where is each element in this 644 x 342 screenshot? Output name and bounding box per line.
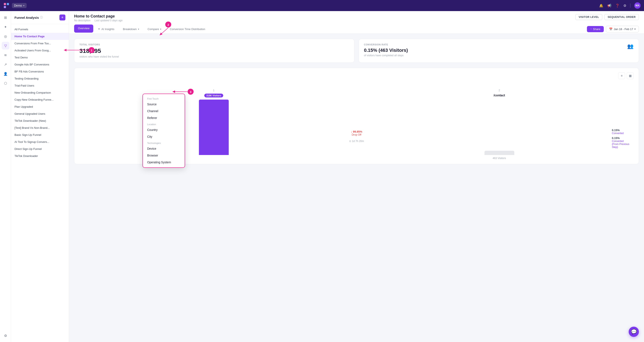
conversion-rate-value: 0.15% (463 Visitors): [364, 48, 408, 53]
step-2-from-prev-label: Converted: [612, 140, 629, 143]
visitor-level-button[interactable]: VISITOR LEVEL: [576, 14, 602, 20]
broadcast-icon[interactable]: 📢: [607, 4, 612, 8]
help-icon[interactable]: ❓: [615, 4, 620, 8]
dropdown-os[interactable]: Operating System: [143, 159, 185, 166]
tab-breakdown[interactable]: Breakdown ▾: [119, 25, 143, 33]
step-2-bar-wrapper: [484, 151, 514, 155]
funnel-item-13[interactable]: TikTok Downloader (New): [11, 117, 69, 124]
funnel-item-6[interactable]: BF FB Ads Conversions: [11, 68, 69, 75]
svg-rect-0: [4, 3, 6, 5]
svg-rect-1: [7, 3, 9, 5]
funnel-item-14[interactable]: [Test] Brand Vs Non-Brand...: [11, 124, 69, 131]
dropdown-device[interactable]: Device: [143, 145, 185, 152]
content-area: TOTAL VISITORS 318,195 visitors who have…: [69, 34, 644, 342]
avatar[interactable]: MA: [634, 2, 640, 9]
left-panel-header: Funnel Analysis ⓘ +: [11, 11, 69, 24]
breakdown-chevron-icon: ▾: [138, 28, 139, 30]
sidebar-icon-chart[interactable]: ↗: [2, 61, 9, 68]
conversion-rate-card: CONVERSION RATE 0.15% (463 Visitors) of …: [359, 39, 639, 63]
funnel-item-4[interactable]: Test Demo: [11, 54, 69, 61]
sidebar-icon-target[interactable]: ◎: [2, 32, 9, 40]
funnel-item-12[interactable]: General Upgraded Users: [11, 110, 69, 117]
add-funnel-button[interactable]: +: [60, 15, 66, 21]
page-meta: No description Last updated 5 days ago: [74, 19, 123, 22]
date-range-button[interactable]: 📅 Jan 18 - Feb 17 ▾: [606, 26, 639, 32]
chat-button[interactable]: 💬: [629, 327, 639, 337]
funnel-bar-view-button[interactable]: ▦: [627, 72, 634, 79]
funnel-item-all[interactable]: All Funnels: [11, 26, 69, 33]
dropdown-source[interactable]: Source: [143, 101, 185, 108]
page-title: Home to Contact page: [74, 14, 123, 19]
funnel-item-15[interactable]: Basic Sign-Up Funnel: [11, 131, 69, 138]
dropdown-channel[interactable]: Channel: [143, 108, 185, 114]
funnel-item-2[interactable]: Conversions From Free Too...: [11, 40, 69, 47]
step-1-number: 1: [213, 89, 214, 92]
calendar-icon: 📅: [609, 28, 612, 31]
funnel-item-10[interactable]: Copy-New Onboarding Funne...: [11, 96, 69, 103]
page-header-top: Home to Contact page No description Last…: [74, 14, 639, 22]
funnel-item-16[interactable]: AI Tool To Signup Convers...: [11, 138, 69, 145]
page-description: No description: [74, 19, 90, 22]
step-2-converted-label: Converted: [612, 132, 629, 135]
step-2-visitors-label: 463 Visitors: [492, 157, 506, 160]
step-1-bar-wrapper: 318K Visitors: [199, 100, 229, 155]
step-2-from-prev-label2: (From Previous: [612, 143, 629, 146]
share-button[interactable]: ↑ Share: [587, 26, 604, 32]
funnel-list-view-button[interactable]: ≡: [618, 72, 625, 79]
panel-title: Funnel Analysis: [14, 16, 39, 19]
tab-compare[interactable]: Compare ▾: [144, 25, 165, 33]
dropdown-referer[interactable]: Referer: [143, 114, 185, 121]
step-2-bar-container: 0.15% Converted 0.15% Converted (From Pr…: [369, 100, 629, 155]
brand-name: Demo: [14, 4, 22, 7]
step-1-bar: [199, 100, 229, 155]
step-2-converted-pct: 0.15%: [612, 129, 629, 132]
brand-selector[interactable]: Demo ▾: [12, 3, 26, 8]
sidebar-icon-grid[interactable]: ⊞: [2, 14, 9, 21]
conversion-rate-desc: of visitors have completed all steps: [364, 54, 408, 57]
logo: [4, 3, 9, 9]
total-visitors-value: 318,195: [80, 48, 349, 54]
dropdown-browser[interactable]: Browser: [143, 152, 185, 159]
people-icon: 👥: [627, 43, 634, 49]
sidebar-icon-funnel[interactable]: ▽: [2, 42, 9, 50]
total-visitors-desc: visitors who have visited the funnel: [80, 55, 349, 58]
sidebar-icon-settings[interactable]: ⚙: [2, 332, 9, 339]
funnel-item-9[interactable]: New Onboarding Comparison: [11, 89, 69, 96]
step-1-bar-container: 318K Visitors: [84, 100, 344, 155]
funnel-step-1: 1 / 318K Visitors: [84, 89, 344, 160]
funnel-item-8[interactable]: Trial-Paid Users: [11, 82, 69, 89]
funnel-item-7[interactable]: Testing Onboarding: [11, 75, 69, 82]
sidebar-icon-hex[interactable]: ⬡: [2, 79, 9, 87]
funnel-item-18[interactable]: TikTok Downloader: [11, 152, 69, 159]
dropdown-city[interactable]: City: [143, 133, 185, 140]
tab-overview[interactable]: Overview: [74, 25, 93, 33]
funnel-connector: ↓ 99.85% Drop Off ⊙ 1d 7h 20m: [344, 89, 369, 160]
funnel-item-11[interactable]: Plan Upgraded: [11, 103, 69, 110]
funnel-item-17[interactable]: Direct Sign-Up Funnel: [11, 145, 69, 152]
brand-chevron-icon: ▾: [23, 4, 24, 7]
funnel-item-5[interactable]: Google Ads BF Conversions: [11, 61, 69, 68]
sidebar-icon-star[interactable]: ✦: [2, 23, 9, 31]
nav-icons: 🔔 📢 ❓ ⚙ MA: [599, 2, 640, 9]
app-layout: ⊞ ✦ ◎ ▽ ≋ ↗ 👤 ⬡ ⚙ Funnel Analysis ⓘ + Al…: [0, 11, 644, 342]
header-actions: ↑ Share 📅 Jan 18 - Feb 17 ▾: [587, 26, 639, 32]
icon-sidebar: ⊞ ✦ ◎ ▽ ≋ ↗ 👤 ⬡ ⚙: [0, 11, 11, 342]
tab-conversion-time[interactable]: Conversion Time Distribution: [166, 25, 209, 33]
tab-bar: Overview ✦ AI Insights Breakdown ▾ Compa…: [74, 25, 209, 34]
sequential-order-button[interactable]: SEQUENTIAL ORDER: [604, 14, 639, 20]
breakdown-dropdown: First Touch Source Channel Referer Locat…: [142, 94, 185, 168]
page-header-row2: Overview ✦ AI Insights Breakdown ▾ Compa…: [74, 25, 639, 34]
funnel-item-3[interactable]: Activated Users From Goog...: [11, 47, 69, 54]
dropdown-country[interactable]: Country: [143, 126, 185, 133]
panel-info-icon[interactable]: ⓘ: [40, 16, 43, 19]
notifications-icon[interactable]: 🔔: [599, 4, 603, 8]
main-content: Home to Contact page No description Last…: [69, 11, 644, 342]
step-1-bar-label: 318K Visitors: [204, 94, 224, 97]
funnel-item-home-contact[interactable]: Home To Contact Page: [11, 33, 69, 40]
sidebar-icon-person[interactable]: 👤: [2, 70, 9, 78]
share-icon: ↑: [590, 28, 592, 31]
sidebar-icon-data[interactable]: ≋: [2, 51, 9, 59]
tab-ai-insights[interactable]: ✦ AI Insights: [94, 25, 118, 33]
funnel-step-2: 2 /contact 0.15% Converted 0.15% C: [369, 89, 629, 160]
settings-icon[interactable]: ⚙: [623, 4, 626, 8]
